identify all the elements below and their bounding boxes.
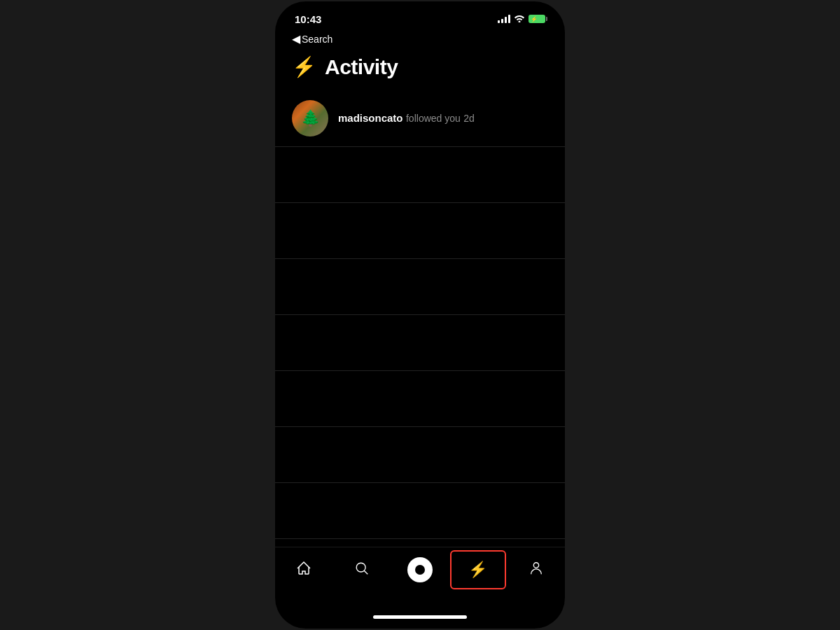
empty-row-4 — [275, 315, 565, 371]
activity-action-text: followed you — [406, 113, 461, 124]
nav-search[interactable] — [341, 554, 383, 585]
signal-icon — [498, 15, 510, 23]
bottom-navigation: ⚡ — [275, 547, 565, 605]
home-icon — [295, 560, 312, 580]
nav-activity[interactable]: ⚡ — [457, 554, 499, 585]
activity-content: madisoncato followed you 2d — [338, 112, 548, 125]
search-icon — [354, 561, 370, 579]
avatar-image: 🌲 — [292, 100, 328, 136]
home-bar — [373, 615, 467, 619]
back-label: Search — [302, 34, 332, 45]
avatar: 🌲 — [292, 100, 328, 136]
empty-row-3 — [275, 259, 565, 315]
status-icons: ⚡ — [498, 14, 545, 24]
nav-home[interactable] — [283, 554, 325, 585]
empty-row-1 — [275, 147, 565, 203]
status-bar: 10:43 ⚡ — [275, 1, 565, 32]
title-row: ⚡ Activity — [292, 55, 548, 79]
lightning-icon: ⚡ — [292, 57, 316, 77]
page-title: Activity — [325, 55, 398, 79]
wifi-icon — [514, 14, 525, 24]
battery-icon: ⚡ — [528, 15, 545, 23]
back-chevron-icon: ◀ — [292, 32, 300, 46]
camera-icon — [407, 557, 433, 582]
activity-list: 🌲 madisoncato followed you 2d — [275, 90, 565, 547]
empty-row-6 — [275, 427, 565, 483]
activity-username: madisoncato — [338, 112, 403, 124]
phone-frame: 10:43 ⚡ ◀ Search ⚡ — [275, 1, 565, 629]
nav-profile[interactable] — [515, 554, 557, 585]
back-navigation[interactable]: ◀ Search — [275, 32, 565, 50]
svg-point-2 — [533, 563, 538, 568]
svg-point-0 — [356, 563, 365, 572]
camera-lens — [415, 565, 425, 575]
empty-row-2 — [275, 203, 565, 259]
status-time: 10:43 — [295, 13, 321, 25]
svg-line-1 — [364, 570, 368, 574]
page-header: ⚡ Activity — [275, 50, 565, 90]
back-link[interactable]: ◀ Search — [292, 32, 548, 46]
activity-timestamp: 2d — [463, 113, 475, 124]
activity-highlight — [450, 550, 506, 589]
activity-item[interactable]: 🌲 madisoncato followed you 2d — [275, 90, 565, 147]
home-indicator — [275, 605, 565, 629]
empty-row-5 — [275, 371, 565, 427]
profile-icon — [528, 561, 544, 579]
empty-row-7 — [275, 483, 565, 539]
nav-camera[interactable] — [399, 554, 441, 585]
